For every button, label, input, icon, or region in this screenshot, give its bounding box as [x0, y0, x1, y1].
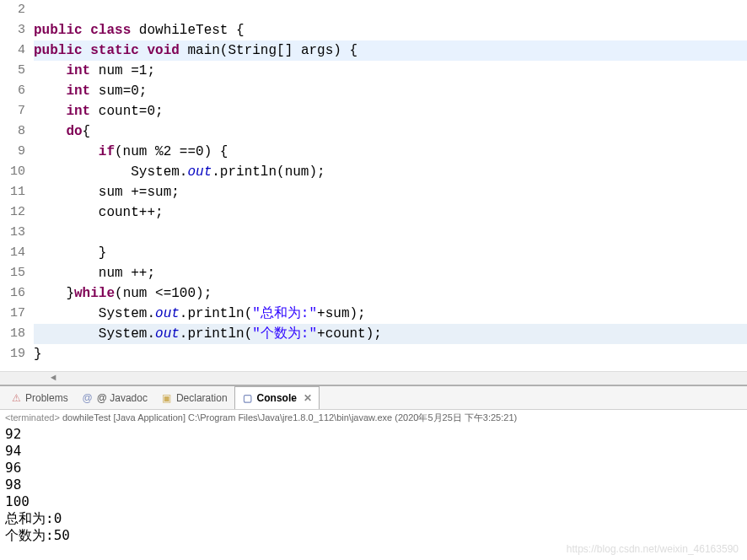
line-number: 18 — [0, 324, 25, 344]
line-number: 10 — [0, 162, 25, 182]
code-editor[interactable]: 2345678910111213141516171819 public clas… — [0, 0, 747, 371]
terminated-status: <terminated> — [5, 412, 60, 423]
code-line[interactable]: do{ — [34, 121, 747, 142]
console-line: 100 — [5, 493, 742, 510]
code-line[interactable]: System.out.println("总和为:"+sum); — [34, 304, 747, 324]
code-line[interactable]: public class dowhileTest { — [34, 20, 747, 40]
line-number: 12 — [0, 202, 25, 223]
line-number: 15 — [0, 263, 25, 283]
line-number: 5 — [0, 61, 25, 81]
javadoc-icon: @ — [82, 392, 94, 404]
line-number: 16 — [0, 283, 25, 304]
console-line: 92 — [5, 426, 742, 443]
line-number: 2 — [0, 0, 25, 20]
console-title: dowhileTest [Java Application] C:\Progra… — [62, 412, 517, 423]
tab-label: Problems — [25, 392, 68, 404]
line-number: 14 — [0, 243, 25, 263]
line-number: 9 — [0, 142, 25, 162]
scroll-left-icon[interactable]: ◄ — [51, 373, 56, 383]
tab-label: Declaration — [176, 392, 228, 404]
code-content[interactable]: public class dowhileTest {public static … — [34, 0, 747, 364]
console-icon: ▢ — [242, 392, 254, 404]
tab-label: @ Javadoc — [97, 392, 148, 404]
code-line[interactable]: sum +=sum; — [34, 182, 747, 202]
console-output[interactable]: 92949698100总和为:0个数为:50 — [0, 426, 747, 544]
code-line[interactable]: System.out.println(num); — [34, 162, 747, 182]
line-number: 19 — [0, 344, 25, 364]
line-number: 4 — [0, 40, 25, 61]
line-number: 6 — [0, 81, 25, 101]
code-line[interactable] — [34, 223, 747, 243]
code-line[interactable]: num ++; — [34, 263, 747, 283]
watermark: https://blog.csdn.net/weixin_46163590 — [567, 543, 739, 555]
line-number-gutter: 2345678910111213141516171819 — [0, 0, 34, 364]
console-line: 个数为:50 — [5, 527, 742, 544]
code-line[interactable]: count++; — [34, 202, 747, 223]
line-number: 8 — [0, 121, 25, 142]
tab-label: Console — [257, 392, 297, 404]
line-number: 7 — [0, 101, 25, 121]
problems-icon: ⚠ — [10, 392, 22, 404]
close-icon[interactable]: ✕ — [304, 392, 312, 404]
code-line[interactable]: public static void main(String[] args) { — [34, 40, 747, 61]
console-line: 94 — [5, 443, 742, 460]
line-number: 13 — [0, 223, 25, 243]
line-number: 3 — [0, 20, 25, 40]
tab-declaration[interactable]: ▣ Declaration — [154, 386, 234, 409]
console-line: 98 — [5, 477, 742, 493]
code-line[interactable]: } — [34, 344, 747, 364]
line-number: 11 — [0, 182, 25, 202]
tabs-bar: ⚠ Problems @ @ Javadoc ▣ Declaration ▢ C… — [0, 386, 747, 410]
code-line[interactable]: }while(num <=100); — [34, 283, 747, 304]
code-line[interactable]: int num =1; — [34, 61, 747, 81]
code-line[interactable]: } — [34, 243, 747, 263]
code-line[interactable]: if(num %2 ==0) { — [34, 142, 747, 162]
declaration-icon: ▣ — [161, 392, 173, 404]
line-number: 17 — [0, 304, 25, 324]
horizontal-scrollbar[interactable]: ◄ — [0, 371, 747, 385]
code-line[interactable] — [34, 0, 747, 20]
console-line: 总和为:0 — [5, 510, 742, 527]
code-line[interactable]: int sum=0; — [34, 81, 747, 101]
tab-console[interactable]: ▢ Console ✕ — [234, 386, 320, 409]
console-line: 96 — [5, 460, 742, 477]
code-line[interactable]: System.out.println("个数为:"+count); — [34, 324, 747, 344]
bottom-panel: ⚠ Problems @ @ Javadoc ▣ Declaration ▢ C… — [0, 385, 747, 544]
tab-javadoc[interactable]: @ @ Javadoc — [75, 386, 154, 409]
code-line[interactable]: int count=0; — [34, 101, 747, 121]
console-header: <terminated> dowhileTest [Java Applicati… — [0, 410, 747, 426]
tab-problems[interactable]: ⚠ Problems — [3, 386, 75, 409]
